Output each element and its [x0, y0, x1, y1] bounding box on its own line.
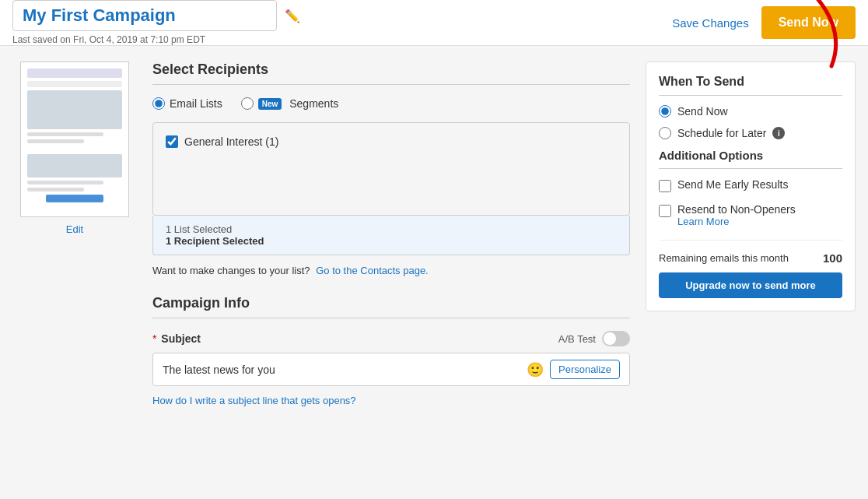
thumb-text-line-3	[27, 181, 103, 184]
early-results-option: Send Me Early Results	[659, 178, 842, 192]
thumb-button-block	[46, 195, 103, 202]
general-interest-checkbox[interactable]	[166, 135, 178, 148]
thumb-image-block-2	[27, 154, 122, 177]
thumb-text-line-1	[27, 132, 103, 136]
when-to-send-title: When To Send	[659, 75, 842, 96]
remaining-row: Remaining emails this month 100	[659, 251, 842, 265]
campaign-info-section: Campaign Info * Subject A/B Test 🙂 Perso…	[152, 295, 630, 406]
info-icon[interactable]: i	[772, 127, 785, 139]
right-panel: When To Send Send Now Schedule for Later…	[646, 61, 856, 311]
thumb-text-line-4	[27, 188, 84, 192]
ab-test-label: A/B Test	[558, 333, 596, 345]
edit-link[interactable]: Edit	[66, 223, 83, 235]
thumb-header-block	[27, 69, 122, 78]
contacts-link-row: Want to make changes to your list? Go to…	[152, 265, 630, 276]
preview-thumbnail	[20, 61, 129, 217]
general-interest-list-item[interactable]: General Interest (1)	[166, 135, 617, 148]
selection-summary: 1 List Selected 1 Recipient Selected	[152, 216, 630, 255]
thumb-image-block	[27, 90, 122, 129]
remaining-section: Remaining emails this month 100 Upgrade …	[659, 240, 842, 298]
last-saved: Last saved on Fri, Oct 4, 2019 at 7:10 p…	[12, 34, 300, 45]
early-results-label: Send Me Early Results	[677, 178, 788, 191]
campaign-title: My First Campaign	[12, 0, 277, 31]
resend-non-openers-option: Resend to Non-Openers Learn More	[659, 203, 842, 227]
schedule-later-option: Schedule for Later i	[659, 127, 842, 139]
upgrade-button[interactable]: Upgrade now to send more	[659, 272, 842, 298]
contacts-text: Want to make changes to your list?	[152, 265, 310, 276]
how-to-link[interactable]: How do I write a subject line that gets …	[152, 395, 356, 406]
email-lists-option[interactable]: Email Lists	[152, 97, 222, 110]
top-actions: Save Changes Send Now	[672, 6, 856, 39]
ab-test-toggle[interactable]	[602, 331, 630, 346]
schedule-later-radio-label: Schedule for Later	[677, 127, 766, 139]
subject-input-row: 🙂 Personalize	[152, 353, 630, 386]
main-content: Edit Select Recipients Email Lists New S…	[0, 46, 868, 422]
segments-radio[interactable]	[241, 97, 254, 110]
resend-non-openers-checkbox[interactable]	[659, 205, 671, 217]
remaining-label: Remaining emails this month	[659, 252, 789, 264]
thumb-text-line-2	[27, 139, 84, 143]
send-now-option: Send Now	[659, 105, 842, 118]
campaign-title-row: My First Campaign ✏️	[12, 0, 300, 31]
recipients-options: Email Lists New Segments	[152, 97, 630, 110]
toggle-knob	[604, 332, 616, 345]
list-selection-box: General Interest (1)	[152, 122, 630, 216]
subject-row: * Subject A/B Test	[152, 331, 630, 346]
send-now-radio[interactable]	[659, 105, 671, 118]
new-badge: New	[258, 98, 282, 110]
subject-label-text: Subject	[161, 332, 201, 345]
campaign-info-title: Campaign Info	[152, 295, 630, 318]
summary-recipients-line: 1 Recipient Selected	[166, 235, 617, 247]
segments-option[interactable]: New Segments	[241, 97, 339, 110]
save-changes-button[interactable]: Save Changes	[672, 16, 748, 30]
send-now-button[interactable]: Send Now	[761, 6, 856, 39]
form-panel: Select Recipients Email Lists New Segmen…	[137, 61, 646, 406]
preview-panel: Edit	[12, 61, 137, 406]
emoji-icon[interactable]: 🙂	[527, 361, 544, 378]
contacts-link[interactable]: Go to the Contacts page.	[316, 265, 429, 276]
email-lists-radio[interactable]	[152, 97, 165, 110]
select-recipients-title: Select Recipients	[152, 61, 630, 85]
subject-label: * Subject	[152, 332, 201, 345]
email-lists-label: Email Lists	[170, 97, 222, 110]
additional-options-title: Additional Options	[659, 149, 842, 169]
resend-non-openers-content: Resend to Non-Openers Learn More	[677, 203, 796, 227]
required-star: *	[152, 332, 156, 345]
schedule-later-radio[interactable]	[659, 127, 671, 139]
early-results-checkbox[interactable]	[659, 180, 671, 192]
thumb-content-block-1	[27, 81, 122, 87]
remaining-count: 100	[823, 251, 842, 265]
summary-lists-line: 1 List Selected	[166, 223, 617, 235]
general-interest-label: General Interest (1)	[184, 135, 278, 148]
send-now-radio-label: Send Now	[677, 105, 728, 118]
edit-icon[interactable]: ✏️	[285, 9, 300, 23]
ab-test-row: A/B Test	[558, 331, 630, 346]
subject-input[interactable]	[163, 364, 527, 376]
top-bar: My First Campaign ✏️ Last saved on Fri, …	[0, 0, 868, 46]
personalize-button[interactable]: Personalize	[550, 360, 620, 379]
resend-non-openers-label: Resend to Non-Openers	[677, 203, 796, 216]
segments-label: Segments	[289, 97, 338, 110]
learn-more-link[interactable]: Learn More	[677, 216, 796, 227]
campaign-title-area: My First Campaign ✏️ Last saved on Fri, …	[12, 0, 300, 45]
